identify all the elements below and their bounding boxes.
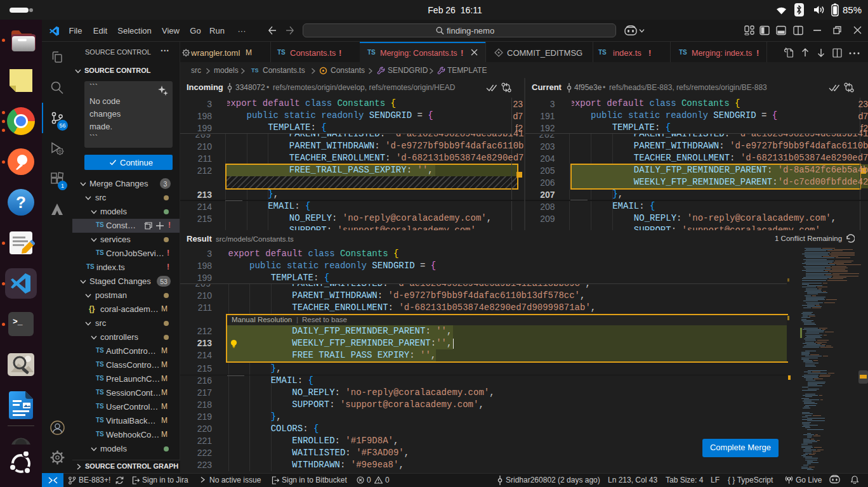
svg-text:?: ? [16,193,26,212]
svg-text:>_: >_ [13,317,23,327]
